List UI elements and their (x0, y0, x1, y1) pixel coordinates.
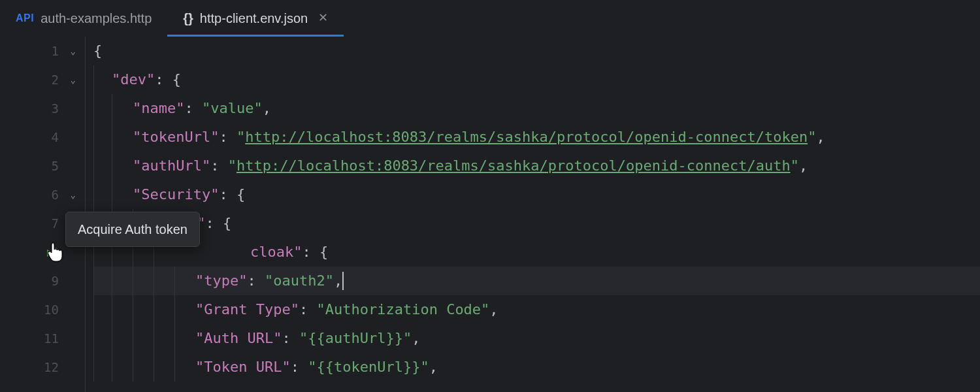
code-line[interactable]: "Token URL": "{{tokenUrl}}", (93, 353, 980, 382)
line-number: 5 (0, 152, 85, 180)
auth-url-link[interactable]: http://localhost:8083/realms/sashka/prot… (237, 154, 791, 177)
code-area[interactable]: { "dev": { "name": "value", "tokenUrl": … (85, 37, 980, 392)
close-icon[interactable]: ✕ (318, 8, 328, 27)
pointer-cursor-icon (47, 240, 65, 272)
code-line[interactable]: "tokenUrl": "http://localhost:8083/realm… (93, 123, 980, 152)
code-line[interactable]: { (93, 37, 980, 65)
line-number: 11 (0, 324, 85, 353)
fold-chevron-icon[interactable]: ⌄ (71, 44, 76, 58)
tab-bar: API auth-examples.http {} http-client.en… (0, 0, 980, 37)
code-line[interactable]: "dev": { (93, 65, 980, 94)
code-line[interactable]: "Auth URL": "{{authUrl}}", (93, 324, 980, 353)
line-number: 1⌄ (0, 37, 85, 65)
code-line[interactable]: "authUrl": "http://localhost:8083/realms… (93, 152, 980, 180)
gutter-action-tooltip[interactable]: Acquire Auth token (65, 212, 200, 247)
json-file-icon: {} (183, 8, 193, 29)
code-line[interactable]: "type": "oauth2", (93, 267, 980, 295)
code-line[interactable]: "Security": { (93, 180, 980, 209)
tab-label: http-client.env.json (200, 8, 308, 29)
line-number: 6⌄ (0, 180, 85, 209)
fold-chevron-icon[interactable]: ⌄ (71, 188, 76, 202)
tab-auth-examples[interactable]: API auth-examples.http (0, 0, 167, 36)
line-number: 10 (0, 295, 85, 324)
tab-http-client-env[interactable]: {} http-client.env.json ✕ (167, 0, 344, 36)
code-line[interactable]: "Grant Type": "Authorization Code", (93, 295, 980, 324)
line-number: 9💡 (0, 267, 85, 295)
code-line[interactable]: "Auth": { (93, 209, 980, 238)
tab-label: auth-examples.http (41, 8, 152, 29)
line-number: 3 (0, 94, 85, 123)
api-file-icon: API (16, 10, 34, 27)
line-number: 4 (0, 123, 85, 152)
code-line[interactable]: "name": "value", (93, 94, 980, 123)
text-caret (342, 272, 344, 290)
token-url-link[interactable]: http://localhost:8083/realms/sashka/prot… (245, 125, 808, 148)
line-number: 12 (0, 353, 85, 382)
fold-chevron-icon[interactable]: ⌄ (71, 73, 76, 87)
code-line[interactable]: cloak": { (93, 238, 980, 267)
line-number: 2⌄ (0, 65, 85, 94)
